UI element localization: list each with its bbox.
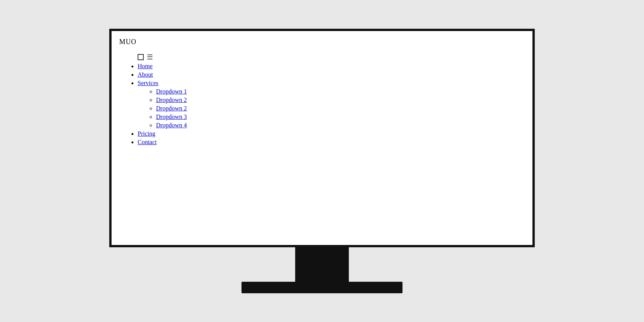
menu-toggle-row: ☰ xyxy=(138,54,525,61)
nav-link-home[interactable]: Home xyxy=(138,63,153,69)
nav-item-home: Home xyxy=(138,63,525,70)
submenu-item-3: Dropdown 2 xyxy=(156,105,525,112)
monitor-screen: MUO ☰ Home About Services xyxy=(109,29,535,247)
nav-item-about: About xyxy=(138,71,525,78)
submenu-link-5[interactable]: Dropdown 4 xyxy=(156,122,187,128)
monitor-wrapper: MUO ☰ Home About Services xyxy=(109,29,535,293)
submenu-link-3[interactable]: Dropdown 2 xyxy=(156,105,187,112)
nav-item-pricing: Pricing xyxy=(138,130,525,137)
submenu-link-4[interactable]: Dropdown 3 xyxy=(156,113,187,120)
nav-item-services: Services Dropdown 1 Dropdown 2 Dropdown … xyxy=(138,80,525,129)
screen-content: MUO ☰ Home About Services xyxy=(112,31,532,154)
checkbox-icon[interactable] xyxy=(138,54,144,60)
submenu-link-2[interactable]: Dropdown 2 xyxy=(156,97,187,103)
nav-link-pricing[interactable]: Pricing xyxy=(138,130,155,137)
nav-link-contact[interactable]: Contact xyxy=(138,139,157,145)
submenu-item-4: Dropdown 3 xyxy=(156,113,525,120)
submenu-item-1: Dropdown 1 xyxy=(156,88,525,95)
nav-link-about[interactable]: About xyxy=(138,71,153,78)
nav-link-services[interactable]: Services xyxy=(138,80,158,86)
monitor-neck xyxy=(295,247,349,282)
nav-list: Home About Services Dropdown 1 Dropdown … xyxy=(119,63,525,146)
nav-item-contact: Contact xyxy=(138,139,525,146)
submenu-item-2: Dropdown 2 xyxy=(156,97,525,104)
services-submenu: Dropdown 1 Dropdown 2 Dropdown 2 Dropdow… xyxy=(138,88,525,129)
submenu-link-1[interactable]: Dropdown 1 xyxy=(156,88,187,95)
site-title: MUO xyxy=(119,38,525,46)
monitor-base xyxy=(242,282,402,293)
main-nav: Home About Services Dropdown 1 Dropdown … xyxy=(119,63,525,146)
submenu-item-5: Dropdown 4 xyxy=(156,122,525,129)
hamburger-icon[interactable]: ☰ xyxy=(147,54,153,61)
